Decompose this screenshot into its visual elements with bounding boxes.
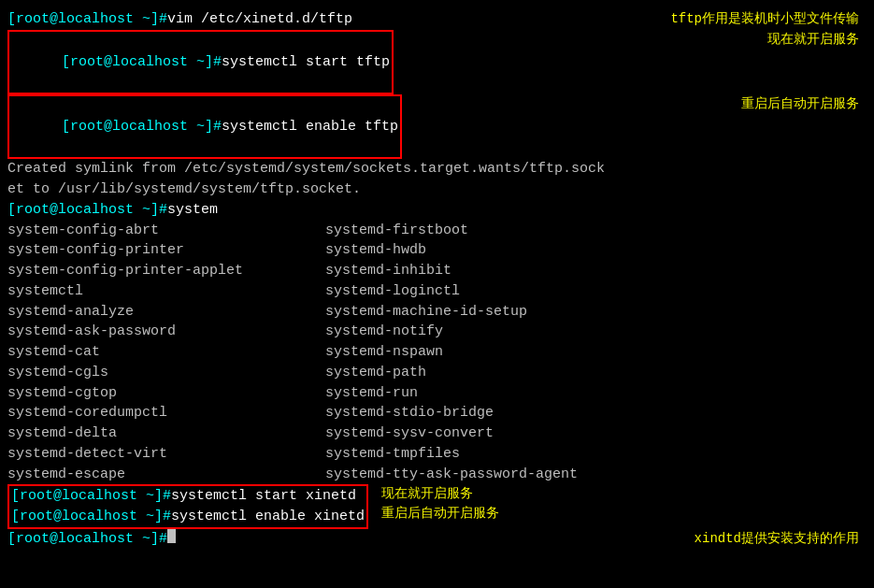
- cmd: systemctl enable tftp: [222, 119, 398, 135]
- two-col-row-8: systemd-cgls systemd-path: [7, 363, 867, 383]
- two-col-row-13: systemd-escape systemd-tty-ask-password-…: [7, 465, 867, 485]
- line-3: [root@localhost ~]#systemctl enable tftp…: [7, 94, 867, 159]
- annotation-enable-xinetd: 重启后自动开启服务: [381, 504, 499, 523]
- line-6: [root@localhost ~]#system: [7, 200, 867, 221]
- xinetd-block: [root@localhost ~]#systemctl start xinet…: [7, 484, 867, 529]
- cursor: [167, 529, 176, 543]
- cmd: systemctl enable xinetd: [171, 507, 365, 527]
- prompt: [root@localhost ~]#: [11, 507, 171, 527]
- two-col-row-10: systemd-coredumpctl systemd-stdio-bridge: [7, 403, 867, 423]
- prompt: [root@localhost ~]#: [62, 119, 222, 135]
- cmd: systemctl start xinetd: [171, 486, 356, 507]
- xinetd-box: [root@localhost ~]#systemctl start xinet…: [7, 484, 368, 529]
- two-col-row-2: system-config-printer systemd-hwdb: [7, 240, 867, 261]
- prompt: [root@localhost ~]#: [7, 9, 167, 30]
- two-col-row-11: systemd-delta systemd-sysv-convert: [7, 423, 867, 444]
- annotation-xinetd-purpose: xindtd提供安装支持的作用: [695, 529, 859, 548]
- cmd: systemctl start tftp: [222, 54, 390, 70]
- cmd: system: [167, 200, 218, 221]
- annotation-start-xinetd: 现在就开启服务: [381, 484, 499, 503]
- annotation-start-tftp: 现在就开启服务: [767, 30, 859, 49]
- two-col-row-1: system-config-abrt systemd-firstboot: [7, 221, 867, 241]
- two-col-row-9: systemd-cgtop systemd-run: [7, 383, 867, 404]
- terminal-window: [root@localhost ~]#vim /etc/xinetd.d/tft…: [7, 6, 867, 550]
- prompt: [root@localhost ~]#: [11, 486, 171, 507]
- xinetd-annotations: 现在就开启服务 重启后自动开启服务: [381, 484, 499, 523]
- prompt: [root@localhost ~]#: [62, 54, 222, 70]
- annotation-enable-tftp: 重启后自动开启服务: [741, 94, 859, 113]
- line-5: et to /usr/lib/systemd/system/tftp.socke…: [7, 179, 867, 200]
- line-final: [root@localhost ~]# xindtd提供安装支持的作用: [7, 529, 867, 550]
- two-col-row-7: systemd-cat systemd-nspawn: [7, 342, 867, 363]
- prompt: [root@localhost ~]#: [7, 200, 167, 221]
- two-col-row-5: systemd-analyze systemd-machine-id-setup: [7, 302, 867, 323]
- symlink-text-1: Created symlink from /etc/systemd/system…: [7, 159, 605, 179]
- line-start-xinetd: [root@localhost ~]#systemctl start xinet…: [11, 486, 365, 507]
- two-col-row-12: systemd-detect-virt systemd-tmpfiles: [7, 444, 867, 465]
- cmd: vim /etc/xinetd.d/tftp: [167, 9, 352, 30]
- line-4: Created symlink from /etc/systemd/system…: [7, 159, 867, 179]
- line-enable-xinetd: [root@localhost ~]#systemctl enable xine…: [11, 507, 365, 527]
- line-1: [root@localhost ~]#vim /etc/xinetd.d/tft…: [7, 9, 867, 30]
- two-col-row-4: systemctl systemd-loginctl: [7, 281, 867, 302]
- line-2: [root@localhost ~]#systemctl start tftp …: [7, 30, 867, 94]
- two-col-row-6: systemd-ask-password systemd-notify: [7, 322, 867, 342]
- prompt: [root@localhost ~]#: [7, 529, 167, 550]
- two-col-row-3: system-config-printer-applet systemd-inh…: [7, 261, 867, 281]
- symlink-text-2: et to /usr/lib/systemd/system/tftp.socke…: [7, 179, 361, 200]
- annotation-tftp: tftp作用是装机时小型文件传输: [670, 9, 859, 28]
